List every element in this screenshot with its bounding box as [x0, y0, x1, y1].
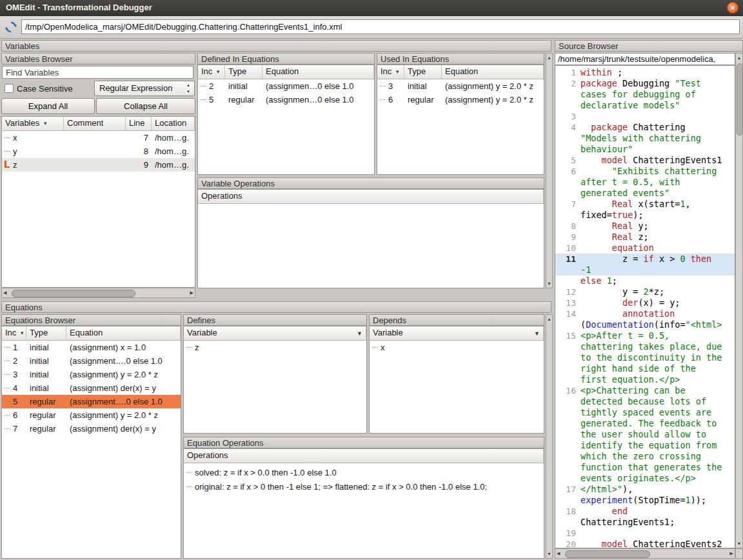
col-type[interactable]: Type: [225, 65, 263, 79]
col-inc[interactable]: Inc▼: [377, 65, 404, 79]
source-code-view[interactable]: 1within ;2package Debugging "Test cases …: [555, 65, 735, 548]
scroll-up-icon[interactable]: ▲: [546, 54, 552, 62]
table-row[interactable]: 2initial(assignmen…0 else 1.0: [198, 79, 374, 93]
used-in-table-header: Inc▼ Type Equation: [377, 65, 544, 79]
scroll-down-icon[interactable]: ▼: [546, 279, 552, 288]
col-inc[interactable]: Inc▼: [198, 65, 225, 79]
equations-dock-vscrollbar[interactable]: ▲ ▼: [546, 314, 553, 559]
col-type[interactable]: Type: [404, 65, 442, 79]
table-row[interactable]: 2initial(assignment….0 else 1.0: [2, 354, 181, 368]
scroll-down-icon[interactable]: ▼: [736, 539, 742, 548]
code-line: 17</html>"), experiment(StopTime=1));: [555, 484, 735, 506]
close-button[interactable]: ✕: [727, 2, 738, 14]
table-row[interactable]: z9/hom…g.: [2, 158, 195, 172]
line-number: 7: [555, 199, 580, 221]
source-path-bar: /home/marsj/trunk/testsuite/openmodelica…: [555, 53, 735, 65]
cell: x: [2, 131, 64, 145]
equation-operations-header: Equation Operations: [183, 437, 544, 448]
defines-list[interactable]: z: [184, 341, 366, 354]
cell: initial: [26, 341, 66, 354]
equations-dock-title[interactable]: Equations: [1, 301, 551, 313]
col-equation[interactable]: Equation: [442, 65, 544, 79]
col-variable[interactable]: Variable ▼: [370, 326, 544, 340]
expand-all-button[interactable]: Expand All: [1, 98, 95, 114]
table-row[interactable]: 5regular(assignmen…0 else 1.0: [198, 93, 374, 106]
table-row[interactable]: solved: z = if x > 0.0 then -1.0 else 1.…: [184, 466, 544, 480]
cell: [64, 158, 126, 172]
table-row[interactable]: z: [184, 341, 366, 354]
code-text: "Exhibits chattering after t = 0.5, with…: [580, 166, 735, 199]
cell: initial: [404, 79, 442, 93]
equation-operations-list[interactable]: solved: z = if x > 0.0 then -1.0 else 1.…: [184, 463, 544, 494]
col-location[interactable]: Location: [152, 117, 195, 130]
scrollbar-thumb[interactable]: [737, 63, 743, 135]
equations-table: Inc▼ Type Equation 1initial(assignment) …: [1, 326, 181, 559]
line-number: 19: [555, 528, 580, 539]
scroll-up-icon[interactable]: ▲: [546, 315, 552, 323]
line-number: 20: [555, 539, 580, 548]
table-row[interactable]: 3initial(assignment) y = 2.0 * z: [377, 79, 544, 93]
titlebar[interactable]: OMEdit - Transformational Debugger ✕: [0, 0, 743, 16]
table-row[interactable]: 6regular(assignment) y = 2.0 * z: [377, 93, 544, 106]
code-text: package Chattering "Models with chatteri…: [580, 122, 735, 155]
scroll-left-icon[interactable]: ◀: [557, 549, 560, 558]
regex-combobox[interactable]: Regular Expression ▲▼: [94, 81, 195, 96]
scroll-down-icon[interactable]: ▼: [546, 550, 552, 558]
col-type[interactable]: Type: [26, 326, 66, 340]
col-equation[interactable]: Equation: [66, 326, 181, 340]
table-row[interactable]: y8/hom…g.: [2, 145, 195, 158]
col-operations[interactable]: Operations: [184, 449, 544, 463]
code-text: Real x(start=1, fixed=true);: [580, 199, 735, 221]
variables-list[interactable]: x7/hom…g.y8/hom…g.z9/hom…g.: [2, 131, 195, 172]
case-sensitive-checkbox[interactable]: [5, 84, 14, 93]
line-number: 4: [555, 122, 580, 155]
find-variables-input[interactable]: [2, 66, 193, 79]
col-line[interactable]: Line: [126, 117, 152, 130]
code-text: [580, 111, 735, 122]
table-row[interactable]: 4initial(assignment) der(x) = y: [2, 381, 181, 395]
variables-dock-vscrollbar[interactable]: ▲ ▼: [546, 53, 553, 288]
col-comment[interactable]: Comment: [64, 117, 126, 130]
scroll-right-icon[interactable]: ▶: [730, 549, 733, 558]
dropdown-arrow-icon[interactable]: ▼: [357, 327, 362, 340]
dropdown-arrow-icon[interactable]: ▼: [534, 327, 540, 340]
depends-list[interactable]: x: [370, 341, 544, 354]
table-row[interactable]: 3initial(assignment) y = 2.0 * z: [2, 368, 181, 381]
variables-dock-title[interactable]: Variables: [1, 40, 551, 52]
depends-header: Depends: [369, 314, 544, 326]
table-row[interactable]: 7regular(assignment) der(x) = y: [2, 422, 181, 435]
line-number: [555, 275, 580, 286]
cell: regular: [404, 93, 442, 106]
cell: regular: [26, 422, 66, 435]
col-inc[interactable]: Inc▼: [2, 326, 26, 340]
code-line: 11 z = if x > 0 then -1: [555, 254, 735, 275]
col-equation[interactable]: Equation: [263, 65, 374, 79]
col-variables[interactable]: Variables▼: [2, 117, 64, 130]
source-vscrollbar[interactable]: ▲ ▼: [735, 53, 743, 548]
scroll-left-icon[interactable]: ◀: [3, 288, 6, 297]
scrollbar-thumb[interactable]: [12, 290, 135, 297]
scrollbar-thumb[interactable]: [565, 550, 650, 558]
col-operations[interactable]: Operations: [198, 190, 544, 203]
source-hscrollbar[interactable]: ◀ ▶: [555, 548, 735, 559]
table-row[interactable]: original: z = if x > 0 then -1 else 1; =…: [184, 480, 544, 494]
table-row[interactable]: 5regular(assignment….0 else 1.0: [2, 395, 181, 408]
defined-in-list[interactable]: 2initial(assignmen…0 else 1.05regular(as…: [198, 79, 374, 106]
collapse-all-button[interactable]: Collapse All: [96, 98, 195, 114]
scroll-right-icon[interactable]: ▶: [190, 288, 193, 297]
table-row[interactable]: x: [370, 341, 544, 354]
variables-hscrollbar[interactable]: ◀ ▶: [1, 288, 195, 298]
table-row[interactable]: 6regular(assignment) y = 2.0 * z: [2, 408, 181, 422]
col-variable[interactable]: Variable ▼: [184, 326, 366, 340]
table-row[interactable]: x7/hom…g.: [2, 131, 195, 145]
equations-list[interactable]: 1initial(assignment) x = 1.02initial(ass…: [2, 341, 181, 435]
code-text: <p>Chattering can be detected because lo…: [580, 385, 735, 484]
source-browser-dock-title[interactable]: Source Browser: [555, 40, 743, 52]
scroll-up-icon[interactable]: ▲: [736, 54, 742, 62]
spinner-arrows-icon[interactable]: ▲▼: [184, 82, 192, 95]
info-xml-path-field[interactable]: [21, 19, 740, 34]
cell: (assignmen…0 else 1.0: [263, 93, 374, 106]
used-in-list[interactable]: 3initial(assignment) y = 2.0 * z6regular…: [377, 79, 544, 106]
cell: (assignment….0 else 1.0: [66, 395, 181, 408]
table-row[interactable]: 1initial(assignment) x = 1.0: [2, 341, 181, 354]
